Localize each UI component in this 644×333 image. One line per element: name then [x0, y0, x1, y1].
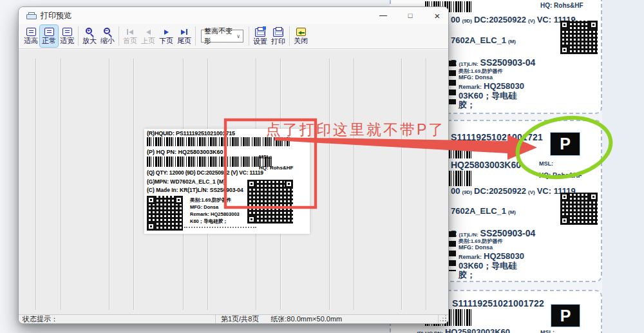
titlebar[interactable]: 打印预览 — □ ×: [19, 7, 448, 24]
msl-p-badge: P: [550, 132, 580, 156]
qty-part: DC:20250922: [474, 186, 526, 196]
label-detail-block: 类别:1.69,防护器件 MFG: Donsa Remark: HQ258030…: [190, 196, 240, 225]
qr-finder: [589, 21, 598, 29]
bg-hq-text: HQ: Rohs&HF: [540, 2, 583, 9]
mpn-suffix: (M): [508, 39, 516, 44]
pn-prefix: (P) HQ PN:: [417, 330, 443, 333]
bg-remark-line: Remark: HQ258030: [459, 81, 524, 91]
qty-part: (V): [528, 189, 535, 195]
page-guide-line: [401, 59, 402, 310]
zoom-in-button[interactable]: + 放大: [80, 25, 99, 47]
last-page-button[interactable]: 尾页: [175, 25, 193, 47]
zoom-in-icon: +: [86, 28, 94, 36]
preview-canvas[interactable]: (R)HQUID: PS11119251021001715 (P) HQ PN:…: [19, 50, 448, 316]
page-guide-line: [133, 59, 134, 310]
qty-part: (9D): [462, 189, 472, 195]
bg-qty-line: 00 (9D) DC:20250922 (V) VC: 11119: [451, 15, 576, 24]
button-label: 适宽: [60, 37, 74, 44]
qr-code: [560, 193, 598, 225]
qr-finder: [560, 21, 569, 29]
qr-code-fragment: [449, 61, 456, 104]
bg-msl-text: MSL:: [540, 329, 554, 333]
fit-height-button[interactable]: 适高: [22, 25, 40, 47]
qr-finder: [560, 46, 569, 54]
toolbar-separator: [118, 26, 119, 46]
bg-remark-line3: 胶；: [459, 269, 475, 281]
page-guide-line: [426, 59, 426, 310]
label-remark1: Remark: HQ25803003: [190, 211, 240, 218]
barcode: [147, 157, 272, 167]
minimize-button[interactable]: —: [379, 10, 388, 21]
resize-grip[interactable]: [445, 320, 446, 321]
first-page-button[interactable]: 首页: [121, 25, 139, 47]
toolbar-separator: [78, 26, 79, 46]
first-page-icon: [127, 28, 133, 36]
qty-part: (V): [528, 18, 535, 24]
toolbar: 适高 正常 适宽 + 放大 − 缩小 首页: [19, 24, 448, 49]
button-label: 打印: [271, 38, 285, 45]
bg-lot-line: R (1T)L/N: SS250903-04: [451, 228, 535, 238]
label-uid-line: (R)HQUID: PS11119251021001715: [147, 130, 235, 137]
bg-lot-line: R (1T)L/N: SS250903-04: [451, 57, 535, 68]
exit-icon: [296, 28, 306, 36]
bg-pn-text: HQ25803003K60: [451, 160, 521, 170]
button-label: 下页: [159, 37, 173, 44]
toolbar-separator: [249, 26, 249, 46]
status-bar: 状态提示： 第1页/共8页 纸张:80.0mm×50.0mm: [19, 314, 448, 323]
printer-icon: [273, 28, 283, 37]
print-button[interactable]: 打印: [269, 25, 287, 47]
normal-zoom-button[interactable]: 正常: [40, 25, 58, 47]
last-page-icon: [181, 28, 187, 36]
zoom-out-icon: −: [104, 28, 112, 36]
label-category: 类别:1.69,防护器件: [190, 196, 240, 204]
settings-badge: [263, 26, 266, 30]
bg-remark-line3: 胶；: [459, 99, 475, 111]
page-guide-line: [329, 59, 330, 310]
fit-width-button[interactable]: 适宽: [58, 25, 76, 47]
remark-label: Remark:: [459, 84, 482, 90]
maximize-button[interactable]: □: [406, 10, 415, 21]
status-hint-label: 状态提示：: [23, 314, 58, 324]
qr-finder: [147, 222, 155, 231]
button-label: 首页: [123, 37, 137, 44]
bg-mfg-text: MFG: Donsa: [459, 74, 493, 81]
barcode: [147, 137, 290, 146]
qr-finder: [589, 193, 598, 201]
printer-icon: [26, 12, 35, 19]
status-hint-cell: 状态提示：: [19, 315, 216, 323]
label-hq: HQ: Rohs&HF: [259, 165, 293, 171]
qr-finder: [247, 180, 256, 188]
remark-value: HQ258030: [484, 251, 524, 261]
remark-value: HQ258030: [484, 81, 524, 91]
qr-finder: [560, 193, 569, 201]
next-page-button[interactable]: 下页: [157, 25, 175, 47]
lot-part: (1T)L/N:: [459, 232, 478, 238]
bg-remark-line: Remark: HQ258030: [459, 251, 524, 261]
window-title: 打印预览: [41, 10, 71, 21]
label-mpn-line: (G)MPN: WD7602A_ELC_1 (M): [147, 178, 225, 185]
zoom-out-button[interactable]: − 缩小: [99, 25, 117, 47]
button-label: 关闭: [294, 37, 308, 44]
toolbar-separator: [195, 26, 196, 46]
plus-sign: +: [86, 28, 92, 34]
button-label: 适高: [24, 37, 38, 44]
fit-width-icon: [62, 28, 72, 36]
normal-zoom-icon: [44, 28, 54, 36]
lot-part: (1T)L/N:: [459, 61, 478, 67]
close-preview-button[interactable]: 关闭: [292, 25, 310, 47]
bg-serial-text: S11119251021001722: [452, 298, 544, 309]
pn-value: HQ25803003K60: [445, 327, 510, 333]
preview-label-page: (R)HQUID: PS11119251021001715 (P) HQ PN:…: [144, 129, 310, 234]
qr-finder: [285, 180, 293, 188]
printer-settings-icon: [255, 28, 265, 37]
scale-mode-dropdown[interactable]: 整高不变形 ∨: [201, 30, 243, 43]
settings-button[interactable]: 设置: [251, 25, 269, 47]
bg-mpn-line: 7602A_ELC_1 (M): [451, 206, 516, 216]
prev-page-button[interactable]: 上页: [139, 25, 157, 47]
qr-finder: [560, 216, 569, 225]
close-button[interactable]: ×: [433, 10, 442, 21]
qty-part: 00: [451, 15, 460, 24]
minus-sign: −: [104, 28, 110, 34]
label-qty-line: (Q) QTY: 12000 (9D) DC:20250922 (V) VC: …: [147, 169, 263, 176]
button-label: 缩小: [100, 37, 115, 44]
